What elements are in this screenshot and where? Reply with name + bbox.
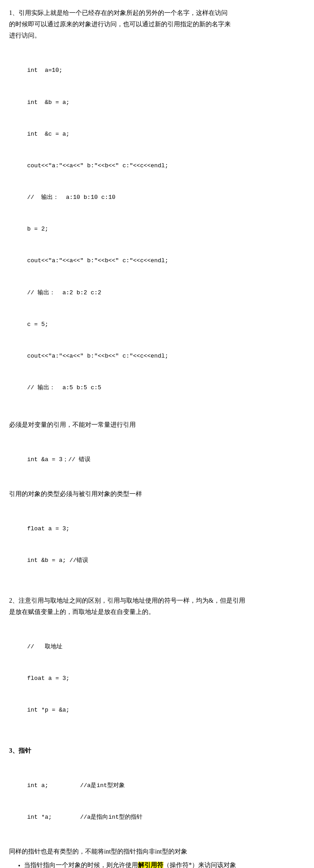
section-3-bullet1: • 当指针指向一个对象的时候，则允许使用解引用符（操作符*）来访问该对象 [9,860,305,868]
section-2-title: 2、注意引用与取地址之间的区别，引用与取地址使用的符号一样，均为&，但是引用 是… [9,595,305,618]
section-3-title: 3、指针 [9,745,305,756]
section-3-bullet1-text: 当指针指向一个对象的时候，则允许使用解引用符（操作符*）来访问该对象 [24,860,236,868]
section-1-code1: int a=10; int &b = a; int &c = a; cout<<… [27,44,305,415]
bullet-icon: • [18,861,20,868]
section-1-note1-code: int &a = 3；// 错误 [27,433,305,486]
section-1-title: 1、引用实际上就是给一个已经存在的对象所起的另外的一个名字，这样在访问 的时候即… [9,7,305,42]
section-1: 1、引用实际上就是给一个已经存在的对象所起的另外的一个名字，这样在访问 的时候即… [9,7,305,587]
section-2: 2、注意引用与取地址之间的区别，引用与取地址使用的符号一样，均为&，但是引用 是… [9,595,305,737]
section-1-note2-code: float a = 3; int &b = a; //错误 [27,502,305,587]
section-3-note1: 同样的指针也是有类型的，不能将int型的指针指向非int型的对象 [9,846,305,857]
section-1-note1: 必须是对变量的引用，不能对一常量进行引用 [9,420,305,430]
section-3: 3、指针 int a; //a是int型对象 int *a; //a是指向int… [9,745,305,868]
section-2-code: // 取地址 float a = 3; int *p = &a; [27,620,305,736]
section-3-code1: int a; //a是int型对象 int *a; //a是指向int型的指针 [27,759,305,844]
section-1-note2: 引用的对象的类型必须与被引用对象的类型一样 [9,489,305,500]
